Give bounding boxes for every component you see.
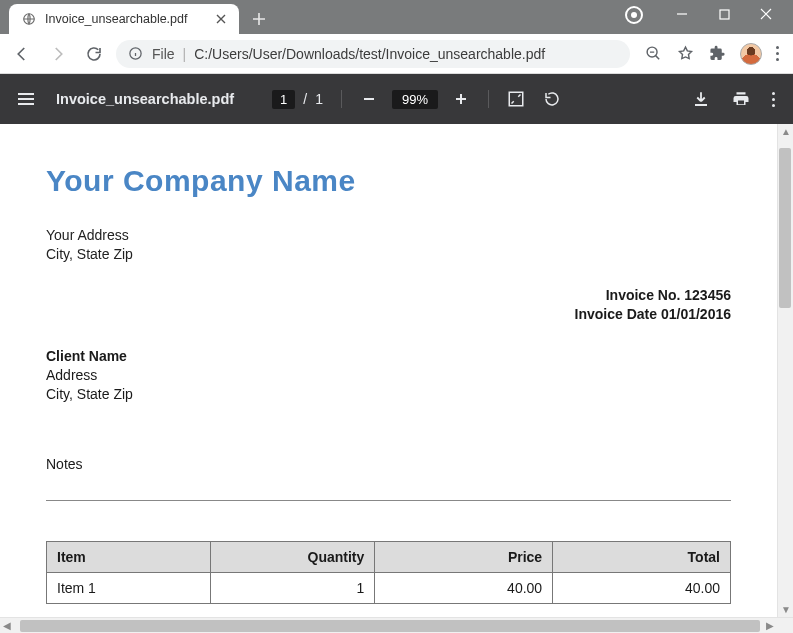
client-block: Client Name Address City, State Zip xyxy=(46,347,731,404)
url-text: C:/Users/User/Downloads/test/Invoice_uns… xyxy=(194,46,545,62)
forward-button[interactable] xyxy=(44,40,72,68)
rotate-button[interactable] xyxy=(543,90,561,108)
info-icon[interactable] xyxy=(126,45,144,63)
page-nav: 1 / 1 xyxy=(272,90,323,109)
table-row: Item 1 1 40.00 40.00 xyxy=(47,572,731,603)
globe-icon xyxy=(21,11,37,27)
download-button[interactable] xyxy=(692,90,710,108)
address-bar: File | C:/Users/User/Downloads/test/Invo… xyxy=(0,34,793,74)
pdf-filename: Invoice_unsearchable.pdf xyxy=(56,91,234,107)
minimize-button[interactable] xyxy=(673,5,691,23)
back-button[interactable] xyxy=(8,40,36,68)
vertical-scroll-thumb[interactable] xyxy=(779,148,791,308)
maximize-button[interactable] xyxy=(715,5,733,23)
col-total: Total xyxy=(553,541,731,572)
svg-rect-1 xyxy=(720,10,729,19)
pdf-page[interactable]: Your Company Name Your Address City, Sta… xyxy=(0,124,777,617)
url-scheme: File xyxy=(152,46,175,62)
extensions-icon[interactable] xyxy=(708,45,726,63)
horizontal-scroll-thumb[interactable] xyxy=(20,620,760,632)
scroll-left-icon[interactable]: ◀ xyxy=(3,620,11,631)
sidebar-toggle-button[interactable] xyxy=(18,93,34,105)
window-titlebar: Invoice_unsearchable.pdf xyxy=(0,0,793,34)
scroll-right-icon[interactable]: ▶ xyxy=(766,620,774,631)
company-address: Your Address City, State Zip xyxy=(46,226,731,264)
new-tab-button[interactable] xyxy=(245,5,273,33)
scroll-down-icon[interactable]: ▼ xyxy=(781,604,791,615)
horizontal-scrollbar[interactable]: ◀ ▶ xyxy=(0,617,793,633)
col-item: Item xyxy=(47,541,211,572)
notes-label: Notes xyxy=(46,456,731,472)
company-name: Your Company Name xyxy=(46,164,731,198)
page-total: 1 xyxy=(315,91,323,107)
close-tab-button[interactable] xyxy=(213,11,229,27)
window-controls xyxy=(655,0,793,28)
invoice-table: Item Quantity Price Total Item 1 1 40.00… xyxy=(46,541,731,604)
col-quantity: Quantity xyxy=(211,541,375,572)
invoice-meta: Invoice No. 123456 Invoice Date 01/01/20… xyxy=(46,286,731,325)
print-button[interactable] xyxy=(732,90,750,108)
pdf-menu-button[interactable] xyxy=(772,92,775,107)
browser-menu-button[interactable] xyxy=(776,46,779,61)
profile-avatar[interactable] xyxy=(740,43,762,65)
pdf-viewport: Your Company Name Your Address City, Sta… xyxy=(0,124,793,633)
tab-title: Invoice_unsearchable.pdf xyxy=(45,12,187,26)
close-window-button[interactable] xyxy=(757,5,775,23)
col-price: Price xyxy=(375,541,553,572)
reload-button[interactable] xyxy=(80,40,108,68)
zoom-level[interactable]: 99% xyxy=(392,90,438,109)
zoom-icon[interactable] xyxy=(644,45,662,63)
vertical-scrollbar[interactable]: ▲ ▼ xyxy=(777,124,793,617)
fit-page-button[interactable] xyxy=(507,90,525,108)
zoom-in-button[interactable] xyxy=(452,90,470,108)
omnibox[interactable]: File | C:/Users/User/Downloads/test/Invo… xyxy=(116,40,630,68)
horizontal-rule xyxy=(46,500,731,501)
scroll-up-icon[interactable]: ▲ xyxy=(781,126,791,137)
star-icon[interactable] xyxy=(676,45,694,63)
page-current-input[interactable]: 1 xyxy=(272,90,295,109)
zoom-out-button[interactable] xyxy=(360,90,378,108)
svg-rect-4 xyxy=(509,92,523,106)
record-indicator-icon[interactable] xyxy=(625,6,643,24)
browser-tab[interactable]: Invoice_unsearchable.pdf xyxy=(9,4,239,34)
pdf-toolbar: Invoice_unsearchable.pdf 1 / 1 99% xyxy=(0,74,793,124)
